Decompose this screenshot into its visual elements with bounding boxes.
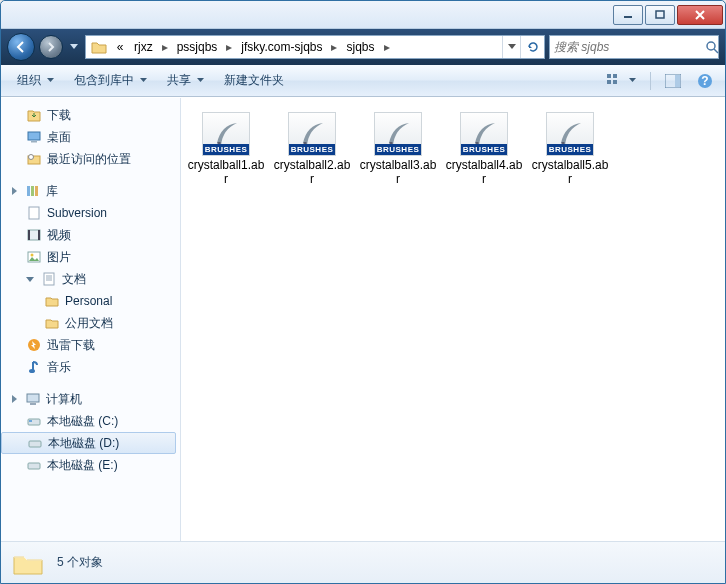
close-button[interactable] — [677, 5, 723, 25]
nav-forward-button[interactable] — [39, 35, 63, 59]
file-name: crystalball3.abr — [359, 158, 437, 186]
crumb-sep[interactable]: ▸ — [223, 36, 235, 58]
minimize-button[interactable] — [613, 5, 643, 25]
view-mode-button[interactable] — [603, 72, 640, 90]
address-bar: « rjxz ▸ pssjqbs ▸ jfsky.com-sjqbs ▸ sjq… — [1, 29, 725, 65]
crumb-jfsky[interactable]: jfsky.com-sjqbs — [235, 36, 328, 58]
new-folder-button[interactable]: 新建文件夹 — [216, 68, 292, 93]
folder-icon — [43, 292, 61, 310]
desktop-icon — [25, 128, 43, 146]
file-item[interactable]: BRUSHEScrystalball4.abr — [445, 112, 523, 186]
separator — [650, 72, 651, 90]
file-list[interactable]: BRUSHEScrystalball1.abrBRUSHEScrystalbal… — [181, 98, 725, 541]
preview-pane-button[interactable] — [661, 72, 685, 90]
tree-label: 桌面 — [47, 129, 71, 146]
breadcrumb[interactable]: « rjxz ▸ pssjqbs ▸ jfsky.com-sjqbs ▸ sjq… — [85, 35, 545, 59]
tree-item-computer[interactable]: 计算机 — [1, 388, 180, 410]
svg-rect-11 — [28, 132, 40, 140]
nav-tree: 下载 桌面 最近访问的位置 库 Subvers — [1, 104, 180, 476]
brushes-badge: BRUSHES — [461, 144, 507, 155]
chevron-down-icon — [197, 78, 204, 83]
tree-item-videos[interactable]: 视频 — [1, 224, 180, 246]
tree-label: 计算机 — [46, 391, 82, 408]
navigation-pane[interactable]: 下载 桌面 最近访问的位置 库 Subvers — [1, 98, 181, 541]
crumb-label: rjxz — [134, 40, 153, 54]
tree-label: Personal — [65, 294, 112, 308]
tree-item-xunlei[interactable]: 迅雷下载 — [1, 334, 180, 356]
svg-rect-1 — [656, 11, 664, 18]
svg-rect-3 — [607, 74, 611, 78]
file-item[interactable]: BRUSHEScrystalball2.abr — [273, 112, 351, 186]
arrow-right-icon — [46, 42, 56, 52]
svg-rect-8 — [675, 75, 680, 87]
file-thumbnail: BRUSHES — [374, 112, 422, 156]
tree-item-public-docs[interactable]: 公用文档 — [1, 312, 180, 334]
file-thumbnail: BRUSHES — [546, 112, 594, 156]
include-button[interactable]: 包含到库中 — [66, 68, 155, 93]
tree-label: 本地磁盘 (E:) — [47, 457, 118, 474]
share-button[interactable]: 共享 — [159, 68, 212, 93]
svg-rect-5 — [607, 80, 611, 84]
tree-item-recent[interactable]: 最近访问的位置 — [1, 148, 180, 170]
tree-item-personal[interactable]: Personal — [1, 290, 180, 312]
svg-rect-6 — [613, 80, 617, 84]
tree-item-downloads[interactable]: 下载 — [1, 104, 180, 126]
help-button[interactable]: ? — [693, 71, 717, 91]
file-thumbnail: BRUSHES — [288, 112, 336, 156]
file-item[interactable]: BRUSHEScrystalball5.abr — [531, 112, 609, 186]
tree-item-drive-d[interactable]: 本地磁盘 (D:) — [1, 432, 176, 454]
titlebar[interactable] — [1, 1, 725, 29]
organize-button[interactable]: 组织 — [9, 68, 62, 93]
expander-icon[interactable] — [9, 186, 20, 197]
maximize-button[interactable] — [645, 5, 675, 25]
nav-back-button[interactable] — [7, 33, 35, 61]
tree-item-drive-e[interactable]: 本地磁盘 (E:) — [1, 454, 180, 476]
crumb-rjxz[interactable]: rjxz — [128, 36, 159, 58]
search-box[interactable] — [549, 35, 719, 59]
file-item[interactable]: BRUSHEScrystalball3.abr — [359, 112, 437, 186]
file-name: crystalball2.abr — [273, 158, 351, 186]
crumb-pssjqbs[interactable]: pssjqbs — [171, 36, 224, 58]
xunlei-icon — [25, 336, 43, 354]
chevron-down-icon — [47, 78, 54, 83]
svg-rect-4 — [613, 74, 617, 78]
expander-icon[interactable] — [25, 274, 36, 285]
refresh-button[interactable] — [520, 36, 544, 58]
status-text: 5 个对象 — [57, 554, 103, 571]
tree-item-drive-c[interactable]: 本地磁盘 (C:) — [1, 410, 180, 432]
tree-item-music[interactable]: 音乐 — [1, 356, 180, 378]
crumb-sep[interactable]: ▸ — [328, 36, 340, 58]
tree-label: Subversion — [47, 206, 107, 220]
search-icon[interactable] — [705, 40, 719, 54]
library-icon — [24, 182, 42, 200]
nav-history-dropdown[interactable] — [67, 37, 81, 57]
drive-icon — [25, 456, 43, 474]
file-item[interactable]: BRUSHEScrystalball1.abr — [187, 112, 265, 186]
tree-item-documents[interactable]: 文档 — [1, 268, 180, 290]
search-input[interactable] — [554, 40, 705, 54]
file-thumbnail: BRUSHES — [460, 112, 508, 156]
tree-item-pictures[interactable]: 图片 — [1, 246, 180, 268]
music-icon — [25, 358, 43, 376]
svg-rect-21 — [38, 230, 40, 240]
brushes-badge: BRUSHES — [375, 144, 421, 155]
file-thumbnail: BRUSHES — [202, 112, 250, 156]
svg-point-26 — [29, 369, 35, 373]
brushes-badge: BRUSHES — [203, 144, 249, 155]
doc-icon — [25, 204, 43, 222]
expander-icon[interactable] — [9, 394, 20, 405]
tree-label: 迅雷下载 — [47, 337, 95, 354]
crumb-sep[interactable]: ▸ — [381, 36, 393, 58]
tree-item-subversion[interactable]: Subversion — [1, 202, 180, 224]
tree-item-desktop[interactable]: 桌面 — [1, 126, 180, 148]
crumb-sjqbs[interactable]: sjqbs — [340, 36, 380, 58]
folder-icon — [88, 36, 110, 58]
breadcrumb-overflow[interactable]: « — [112, 36, 128, 58]
body: 下载 桌面 最近访问的位置 库 Subvers — [1, 97, 725, 541]
picture-icon — [25, 248, 43, 266]
breadcrumb-dropdown[interactable] — [502, 36, 520, 58]
brushes-badge: BRUSHES — [289, 144, 335, 155]
svg-point-23 — [31, 254, 34, 257]
tree-item-libraries[interactable]: 库 — [1, 180, 180, 202]
crumb-sep[interactable]: ▸ — [159, 36, 171, 58]
